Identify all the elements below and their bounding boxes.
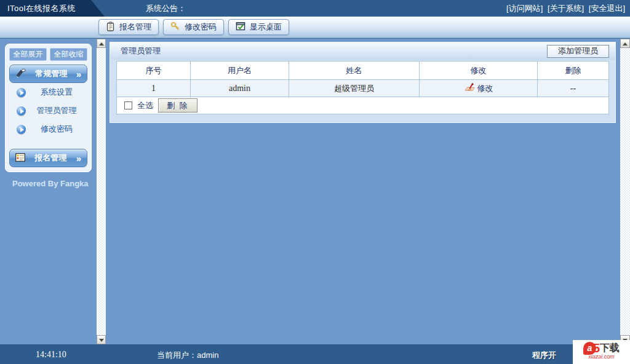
admin-manage-panel: 管理员管理 添加管理员 序号 用户名 姓名 修改 删除 1 admin — [110, 42, 616, 123]
wizard-icon — [15, 68, 26, 80]
scroll-up-button[interactable] — [97, 39, 106, 48]
chevron-right-icon: » — [76, 69, 81, 79]
play-circle-icon — [17, 125, 26, 134]
watermark-site-text: xiazai.com — [573, 354, 630, 360]
play-circle-icon — [17, 88, 26, 97]
toolbar-buttons: 报名管理 修改密码 显示桌面 — [98, 19, 289, 35]
powered-by-text: Powered By Fangka — [12, 179, 89, 188]
menu-item-label: 修改密码 — [26, 124, 87, 135]
safe-logout-link[interactable]: [安全退出] — [589, 4, 625, 13]
cell-username: admin — [191, 80, 289, 97]
panel-title: 管理员管理 — [121, 46, 161, 57]
watermark-download-text: 下载 — [600, 342, 620, 355]
menu-item-label: 管理员管理 — [26, 105, 87, 116]
cell-index: 1 — [117, 80, 191, 97]
sidebar-scrollbar[interactable] — [97, 39, 106, 344]
admin-table: 序号 用户名 姓名 修改 删除 1 admin 超级管理员 — [116, 61, 609, 114]
menu-item-label: 系统设置 — [26, 87, 87, 98]
sidebar-item-system-settings[interactable]: 系统设置 — [9, 83, 87, 101]
registration-manage-button[interactable]: 报名管理 — [98, 19, 159, 35]
clock-text: 14:41:10 — [36, 350, 66, 360]
announcement-label: 系统公告： — [146, 0, 186, 17]
top-bar: ITool在线报名系统 系统公告： [访问网站] [关于系统] [安全退出] — [0, 0, 630, 17]
collapse-all-button[interactable]: 全部收缩 — [50, 48, 87, 61]
watermark-logo[interactable]: a 5 下载 xiazai.com — [573, 340, 630, 364]
footer-right-text: 程序开 — [532, 350, 556, 361]
sidebar-section-registration[interactable]: 报名管理 » — [9, 149, 87, 167]
table-header-row: 序号 用户名 姓名 修改 删除 — [117, 61, 609, 80]
sidebar-item-change-password[interactable]: 修改密码 — [9, 120, 87, 138]
cell-name: 超级管理员 — [289, 80, 420, 97]
column-header-username: 用户名 — [191, 61, 289, 80]
select-all-checkbox[interactable] — [124, 101, 132, 109]
edit-link[interactable]: 修改 — [464, 83, 493, 94]
column-header-name: 姓名 — [289, 61, 420, 80]
column-header-edit: 修改 — [420, 61, 538, 80]
scroll-up-icon — [99, 42, 104, 46]
section-label: 报名管理 — [25, 152, 76, 164]
desktop-icon — [236, 22, 245, 33]
panel-header: 管理员管理 添加管理员 — [110, 42, 615, 60]
visit-site-link[interactable]: [访问网站] — [506, 4, 543, 13]
toolbar-button-label: 显示桌面 — [250, 22, 282, 33]
sidebar-panel: 全部展开 全部收缩 常规管理 » 系统设置 管理员管理 修改密码 — [5, 44, 92, 172]
scroll-up-button[interactable] — [620, 39, 630, 48]
section-label: 常规管理 — [26, 68, 76, 79]
topbar-links: [访问网站] [关于系统] [安全退出] — [504, 0, 625, 17]
column-header-delete: 删除 — [538, 61, 609, 80]
sidebar: 全部展开 全部收缩 常规管理 » 系统设置 管理员管理 修改密码 — [0, 39, 97, 344]
column-header-index: 序号 — [117, 61, 191, 80]
cell-delete: -- — [538, 80, 609, 97]
delete-button[interactable]: 删 除 — [158, 98, 197, 113]
cell-edit: 修改 — [420, 80, 538, 97]
expand-all-button[interactable]: 全部展开 — [9, 48, 47, 61]
main-scrollbar[interactable] — [620, 39, 630, 344]
sidebar-section-general[interactable]: 常规管理 » — [9, 65, 87, 83]
show-desktop-button[interactable]: 显示桌面 — [228, 19, 289, 35]
keys-icon — [170, 22, 180, 33]
clipboard-icon — [106, 22, 115, 33]
toolbar-button-label: 报名管理 — [119, 22, 151, 33]
scroll-up-icon — [623, 42, 628, 46]
chevron-right-icon: » — [76, 153, 81, 164]
select-all-label: 全选 — [137, 100, 153, 111]
edit-icon — [464, 83, 476, 94]
toolbar-button-label: 修改密码 — [185, 22, 217, 33]
add-admin-button[interactable]: 添加管理员 — [547, 45, 609, 58]
app-title: ITool在线报名系统 — [0, 0, 106, 17]
status-bar: 14:41:10 当前用户：admin 程序开 — [0, 344, 630, 364]
main-content: 管理员管理 添加管理员 序号 用户名 姓名 修改 删除 1 admin — [106, 39, 620, 344]
page-body: 全部展开 全部收缩 常规管理 » 系统设置 管理员管理 修改密码 — [0, 38, 630, 344]
about-system-link[interactable]: [关于系统] — [548, 4, 584, 13]
select-all-row: 全选 删 除 — [116, 97, 609, 114]
sidebar-item-admin-manage[interactable]: 管理员管理 — [9, 101, 87, 120]
change-password-button[interactable]: 修改密码 — [163, 19, 224, 35]
toolbar: 报名管理 修改密码 显示桌面 — [0, 17, 630, 38]
scroll-down-button[interactable] — [97, 335, 106, 344]
current-user-text: 当前用户：admin — [157, 350, 218, 361]
table-row: 1 admin 超级管理员 修改 -- — [117, 80, 609, 97]
play-circle-icon — [17, 106, 26, 116]
scroll-down-icon — [99, 339, 104, 342]
edit-link-label: 修改 — [477, 83, 493, 94]
form-icon — [15, 153, 25, 164]
